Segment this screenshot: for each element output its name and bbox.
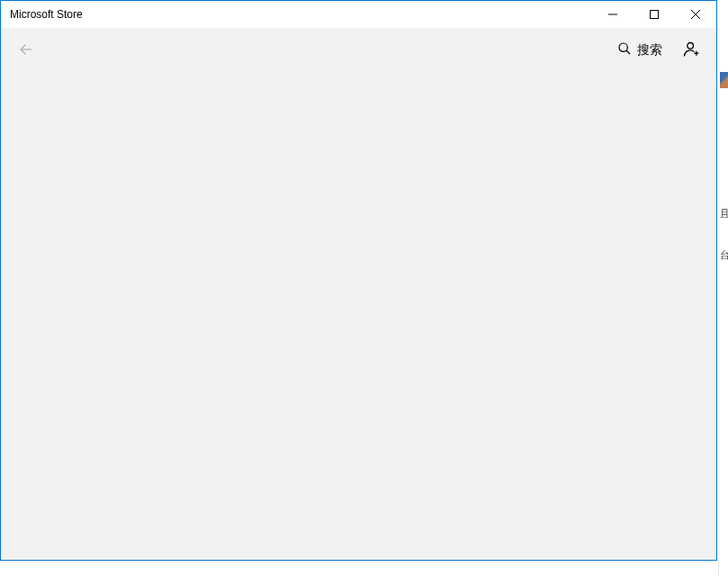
maximize-button[interactable] [634, 1, 675, 28]
toolbar: 搜索 [1, 28, 716, 73]
close-icon [691, 8, 700, 22]
svg-line-6 [626, 50, 630, 54]
svg-point-7 [688, 42, 694, 49]
titlebar: Microsoft Store [1, 1, 716, 28]
maximize-icon [650, 8, 659, 22]
account-icon [682, 40, 700, 61]
app-window: Microsoft Store [0, 0, 717, 561]
toolbar-left [8, 32, 44, 68]
background-thumbnail-fragment [720, 72, 728, 88]
svg-point-5 [619, 43, 627, 51]
search-label: 搜索 [637, 42, 662, 58]
back-button[interactable] [8, 32, 44, 68]
toolbar-right: 搜索 [610, 32, 709, 68]
content-area [1, 73, 716, 560]
account-button[interactable] [673, 32, 709, 68]
background-text-fragment: 且 [720, 207, 728, 220]
svg-rect-1 [651, 10, 659, 18]
minimize-button[interactable] [592, 1, 634, 28]
minimize-icon [608, 8, 617, 22]
back-arrow-icon [18, 41, 34, 60]
window-controls [592, 1, 716, 28]
search-button[interactable]: 搜索 [610, 36, 670, 65]
close-button[interactable] [675, 1, 716, 28]
search-icon [617, 41, 632, 59]
window-title: Microsoft Store [10, 8, 83, 21]
background-text-fragment: 台 [720, 248, 728, 262]
background-window-edge: 且 台 [718, 27, 728, 576]
